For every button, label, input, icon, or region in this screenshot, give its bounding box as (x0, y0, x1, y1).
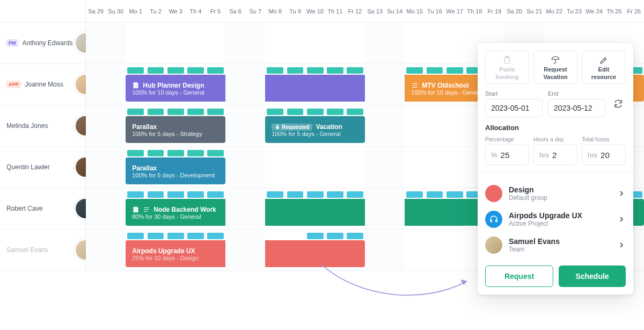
edit-resource-action[interactable]: Edit resource (582, 51, 626, 84)
day-header[interactable]: Tu 2 (145, 0, 165, 22)
hours-day-input[interactable]: hrs 2 (533, 145, 577, 165)
day-header[interactable]: Mo 15 (405, 0, 425, 22)
headphones-icon (485, 211, 502, 228)
item-title: Design (509, 185, 611, 194)
note-icon (132, 82, 140, 89)
divider (478, 173, 633, 173)
day-header[interactable]: Mo 22 (544, 0, 564, 22)
hours-day-label: Hours a day (533, 136, 577, 142)
note-icon (132, 206, 140, 213)
role-badge: PM (6, 39, 18, 47)
chevron-right-icon (617, 215, 626, 224)
chevron-right-icon (617, 241, 626, 249)
paste-booking-action[interactable]: Paste booking (485, 51, 529, 84)
day-header[interactable]: We 24 (584, 0, 604, 22)
group-item-design[interactable]: Design Default group (485, 181, 626, 206)
day-header[interactable]: Th 18 (465, 0, 485, 22)
day-header[interactable]: Fr 19 (485, 0, 504, 22)
booking-title: Airpods Upgrade UX (132, 247, 195, 255)
booking-title: Parallax (132, 164, 157, 172)
allocation-row: Percentage % 25 Hours a day hrs 2 Total … (485, 136, 626, 165)
day-header[interactable]: Th 4 (186, 0, 206, 22)
booking-title: Hub Planner Design (143, 82, 204, 89)
day-header[interactable]: We 17 (445, 0, 465, 22)
day-header[interactable]: We 10 (305, 0, 325, 22)
day-header[interactable]: Fr 5 (206, 0, 225, 22)
booking-sub: 100% for 5 days - Development (132, 172, 220, 178)
resource-name: Melinda Jones (6, 122, 48, 130)
day-header[interactable]: Fr 26 (624, 0, 644, 22)
resource-name: Samuel Evans (6, 246, 48, 254)
start-input[interactable]: 2023-05-01 (485, 99, 543, 117)
person-item-samuel[interactable]: Samuel Evans Team (485, 232, 626, 258)
resource-name: Joanne Moss (25, 81, 63, 88)
chevron-right-icon (617, 189, 626, 198)
end-input[interactable]: 2023-05-12 (548, 99, 605, 117)
project-item-airpods[interactable]: Airpods Upgrade UX Active Project (485, 206, 626, 232)
panel-buttons: Request Schedule (485, 266, 626, 287)
day-header[interactable]: Sa 13 (365, 0, 385, 22)
day-header[interactable]: We 3 (166, 0, 186, 22)
item-title: Samuel Evans (509, 237, 611, 246)
day-header[interactable]: Th 25 (604, 0, 624, 22)
start-label: Start (485, 90, 543, 97)
lock-icon (275, 124, 280, 130)
day-header[interactable]: Tu 23 (564, 0, 584, 22)
day-header[interactable]: Sa 20 (504, 0, 524, 22)
booking-parallax-strategy[interactable]: Parallax 100% for 5 days - Strategy (126, 116, 225, 143)
resource-meta[interactable]: APP Joanne Moss (0, 64, 86, 105)
swap-dates-button[interactable] (611, 96, 626, 111)
resource-meta[interactable]: Melinda Jones (0, 105, 86, 146)
day-header[interactable]: Su 7 (245, 0, 265, 22)
color-dot (485, 185, 502, 202)
booking-title: Vacation (316, 123, 342, 131)
day-header[interactable]: Mo 1 (126, 0, 145, 22)
end-label: End (548, 90, 605, 97)
item-title: Airpods Upgrade UX (509, 211, 611, 220)
resource-name: Anthony Edwards (23, 39, 73, 47)
days-row: Sa 29Su 30Mo 1Tu 2We 3Th 4Fr 5Sa 6Su 7Mo… (86, 0, 644, 22)
day-header[interactable]: Su 21 (524, 0, 544, 22)
booking-title: Node Backend Work (153, 206, 216, 213)
avatar (485, 236, 502, 254)
booking-sub: 100% for 5 days - General (272, 131, 360, 137)
resource-meta[interactable]: Robert Cave (0, 188, 86, 229)
day-header[interactable]: Su 14 (385, 0, 405, 22)
booking-panel: Paste booking Request Vacation Edit reso… (478, 43, 633, 295)
day-header[interactable]: Su 30 (106, 0, 126, 22)
role-badge: APP (6, 81, 21, 88)
day-header[interactable]: Fr 12 (345, 0, 365, 22)
total-hours-input[interactable]: hrs 20 (582, 145, 626, 165)
list-icon (143, 206, 150, 213)
requested-tag: Requested (272, 124, 312, 131)
day-header[interactable]: Mo 8 (265, 0, 285, 22)
booking-vacation[interactable]: Requested Vacation 100% for 5 days - Gen… (265, 116, 365, 143)
allocation-label: Allocation (485, 124, 626, 132)
total-hours-label: Total hours (582, 136, 626, 142)
sync-icon (613, 99, 623, 109)
resource-name: Quentin Lawler (6, 163, 50, 171)
umbrella-icon (551, 55, 560, 65)
pencil-icon (599, 55, 609, 65)
day-header[interactable]: Tu 16 (425, 0, 444, 22)
percentage-input[interactable]: % 25 (485, 145, 529, 165)
item-sub: Team (509, 246, 611, 253)
calendar-app: Sa 29Su 30Mo 1Tu 2We 3Th 4Fr 5Sa 6Su 7Mo… (0, 0, 644, 330)
date-range: Start 2023-05-01 End 2023-05-12 (485, 90, 626, 117)
resource-meta[interactable]: PM Anthony Edwards (0, 23, 86, 63)
day-header[interactable]: Sa 29 (86, 0, 106, 22)
resource-meta[interactable]: Samuel Evans (0, 229, 86, 270)
request-button[interactable]: Request (485, 266, 553, 287)
day-header[interactable]: Th 11 (325, 0, 345, 22)
name-col-header (0, 0, 86, 22)
booking-title: Parallax (132, 123, 157, 131)
schedule-button[interactable]: Schedule (559, 266, 626, 287)
day-header[interactable]: Sa 6 (225, 0, 245, 22)
day-header[interactable]: Tu 9 (285, 0, 305, 22)
resource-meta[interactable]: Quentin Lawler (0, 147, 86, 188)
item-sub: Active Project (509, 220, 611, 227)
request-vacation-action[interactable]: Request Vacation (533, 51, 577, 84)
paste-icon (502, 55, 512, 65)
timeline-header: Sa 29Su 30Mo 1Tu 2We 3Th 4Fr 5Sa 6Su 7Mo… (0, 0, 644, 23)
booking-parallax-dev[interactable]: Parallax 100% for 5 days - Development (126, 157, 225, 184)
